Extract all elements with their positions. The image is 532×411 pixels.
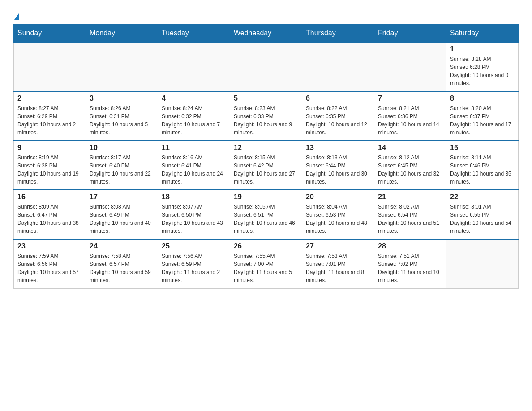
calendar-cell: 5Sunrise: 8:23 AMSunset: 6:33 PMDaylight… [230,91,302,141]
calendar-table: SundayMondayTuesdayWednesdayThursdayFrid… [13,24,519,289]
day-info: Sunrise: 8:19 AMSunset: 6:38 PMDaylight:… [17,154,82,186]
day-info: Sunrise: 8:11 AMSunset: 6:46 PMDaylight:… [450,154,515,186]
column-header-tuesday: Tuesday [158,25,230,43]
day-info: Sunrise: 8:12 AMSunset: 6:45 PMDaylight:… [378,154,442,186]
column-header-monday: Monday [86,25,158,43]
calendar-cell: 9Sunrise: 8:19 AMSunset: 6:38 PMDaylight… [14,141,86,190]
calendar-week-row: 16Sunrise: 8:09 AMSunset: 6:47 PMDayligh… [14,190,519,239]
day-number: 13 [306,144,370,152]
day-number: 18 [162,193,226,201]
day-info: Sunrise: 7:56 AMSunset: 6:59 PMDaylight:… [162,252,226,284]
calendar-cell: 16Sunrise: 8:09 AMSunset: 6:47 PMDayligh… [14,190,86,239]
day-number: 9 [17,144,82,152]
day-number: 11 [162,144,226,152]
calendar-cell: 8Sunrise: 8:20 AMSunset: 6:37 PMDaylight… [446,91,519,141]
day-number: 6 [306,94,370,103]
logo-triangle-icon [14,13,19,20]
calendar-cell [86,42,158,91]
day-number: 2 [17,94,82,103]
logo [13,9,19,20]
day-info: Sunrise: 7:53 AMSunset: 7:01 PMDaylight:… [306,252,370,284]
day-info: Sunrise: 8:05 AMSunset: 6:51 PMDaylight:… [234,203,298,235]
day-number: 17 [90,193,154,201]
calendar-cell [302,42,374,91]
calendar-cell: 22Sunrise: 8:01 AMSunset: 6:55 PMDayligh… [446,190,519,239]
column-header-friday: Friday [374,25,446,43]
day-info: Sunrise: 8:13 AMSunset: 6:44 PMDaylight:… [306,154,370,186]
calendar-cell: 3Sunrise: 8:26 AMSunset: 6:31 PMDaylight… [86,91,158,141]
calendar-cell: 26Sunrise: 7:55 AMSunset: 7:00 PMDayligh… [230,239,302,288]
calendar-cell [230,42,302,91]
calendar-cell: 4Sunrise: 8:24 AMSunset: 6:32 PMDaylight… [158,91,230,141]
day-info: Sunrise: 7:51 AMSunset: 7:02 PMDaylight:… [378,252,442,284]
day-info: Sunrise: 8:01 AMSunset: 6:55 PMDaylight:… [450,203,515,235]
day-number: 7 [378,94,442,103]
day-number: 8 [450,94,515,103]
calendar-cell [158,42,230,91]
calendar-cell: 11Sunrise: 8:16 AMSunset: 6:41 PMDayligh… [158,141,230,190]
calendar-cell [374,42,446,91]
day-info: Sunrise: 8:28 AMSunset: 6:28 PMDaylight:… [450,55,515,87]
calendar-cell: 17Sunrise: 8:08 AMSunset: 6:49 PMDayligh… [86,190,158,239]
day-number: 20 [306,193,370,201]
day-number: 16 [17,193,82,201]
day-info: Sunrise: 8:23 AMSunset: 6:33 PMDaylight:… [234,104,298,137]
day-info: Sunrise: 7:59 AMSunset: 6:56 PMDaylight:… [17,252,82,284]
calendar-cell: 2Sunrise: 8:27 AMSunset: 6:29 PMDaylight… [14,91,86,141]
calendar-cell: 14Sunrise: 8:12 AMSunset: 6:45 PMDayligh… [374,141,446,190]
day-number: 21 [378,193,442,201]
day-info: Sunrise: 8:16 AMSunset: 6:41 PMDaylight:… [162,154,226,186]
day-info: Sunrise: 8:20 AMSunset: 6:37 PMDaylight:… [450,104,515,137]
day-info: Sunrise: 7:58 AMSunset: 6:57 PMDaylight:… [90,252,154,284]
calendar-cell: 21Sunrise: 8:02 AMSunset: 6:54 PMDayligh… [374,190,446,239]
day-info: Sunrise: 8:26 AMSunset: 6:31 PMDaylight:… [90,104,154,137]
calendar-cell: 24Sunrise: 7:58 AMSunset: 6:57 PMDayligh… [86,239,158,288]
day-info: Sunrise: 8:08 AMSunset: 6:49 PMDaylight:… [90,203,154,235]
calendar-cell: 1Sunrise: 8:28 AMSunset: 6:28 PMDaylight… [446,42,519,91]
day-info: Sunrise: 8:17 AMSunset: 6:40 PMDaylight:… [90,154,154,186]
day-info: Sunrise: 7:55 AMSunset: 7:00 PMDaylight:… [234,252,298,284]
calendar-week-row: 2Sunrise: 8:27 AMSunset: 6:29 PMDaylight… [14,91,519,141]
day-info: Sunrise: 8:15 AMSunset: 6:42 PMDaylight:… [234,154,298,186]
calendar-week-row: 23Sunrise: 7:59 AMSunset: 6:56 PMDayligh… [14,239,519,288]
calendar-header-row: SundayMondayTuesdayWednesdayThursdayFrid… [14,25,519,43]
calendar-cell: 25Sunrise: 7:56 AMSunset: 6:59 PMDayligh… [158,239,230,288]
calendar-cell: 23Sunrise: 7:59 AMSunset: 6:56 PMDayligh… [14,239,86,288]
calendar-week-row: 9Sunrise: 8:19 AMSunset: 6:38 PMDaylight… [14,141,519,190]
day-number: 24 [90,242,154,250]
day-info: Sunrise: 8:07 AMSunset: 6:50 PMDaylight:… [162,203,226,235]
calendar-cell: 12Sunrise: 8:15 AMSunset: 6:42 PMDayligh… [230,141,302,190]
day-info: Sunrise: 8:04 AMSunset: 6:53 PMDaylight:… [306,203,370,235]
calendar-cell: 7Sunrise: 8:21 AMSunset: 6:36 PMDaylight… [374,91,446,141]
day-number: 19 [234,193,298,201]
column-header-saturday: Saturday [446,25,519,43]
calendar-cell [446,239,519,288]
day-info: Sunrise: 8:09 AMSunset: 6:47 PMDaylight:… [17,203,82,235]
calendar-cell: 6Sunrise: 8:22 AMSunset: 6:35 PMDaylight… [302,91,374,141]
day-number: 27 [306,242,370,250]
day-number: 25 [162,242,226,250]
day-info: Sunrise: 8:24 AMSunset: 6:32 PMDaylight:… [162,104,226,137]
day-number: 4 [162,94,226,103]
day-number: 1 [450,45,515,53]
day-info: Sunrise: 8:02 AMSunset: 6:54 PMDaylight:… [378,203,442,235]
day-number: 22 [450,193,515,201]
day-number: 23 [17,242,82,250]
day-number: 14 [378,144,442,152]
calendar-cell: 19Sunrise: 8:05 AMSunset: 6:51 PMDayligh… [230,190,302,239]
calendar-week-row: 1Sunrise: 8:28 AMSunset: 6:28 PMDaylight… [14,42,519,91]
day-number: 3 [90,94,154,103]
page-header [13,9,519,20]
day-number: 28 [378,242,442,250]
calendar-cell: 20Sunrise: 8:04 AMSunset: 6:53 PMDayligh… [302,190,374,239]
column-header-thursday: Thursday [302,25,374,43]
day-number: 15 [450,144,515,152]
day-number: 26 [234,242,298,250]
calendar-cell: 10Sunrise: 8:17 AMSunset: 6:40 PMDayligh… [86,141,158,190]
calendar-cell: 18Sunrise: 8:07 AMSunset: 6:50 PMDayligh… [158,190,230,239]
column-header-wednesday: Wednesday [230,25,302,43]
day-number: 12 [234,144,298,152]
day-number: 10 [90,144,154,152]
calendar-cell: 13Sunrise: 8:13 AMSunset: 6:44 PMDayligh… [302,141,374,190]
calendar-cell: 27Sunrise: 7:53 AMSunset: 7:01 PMDayligh… [302,239,374,288]
